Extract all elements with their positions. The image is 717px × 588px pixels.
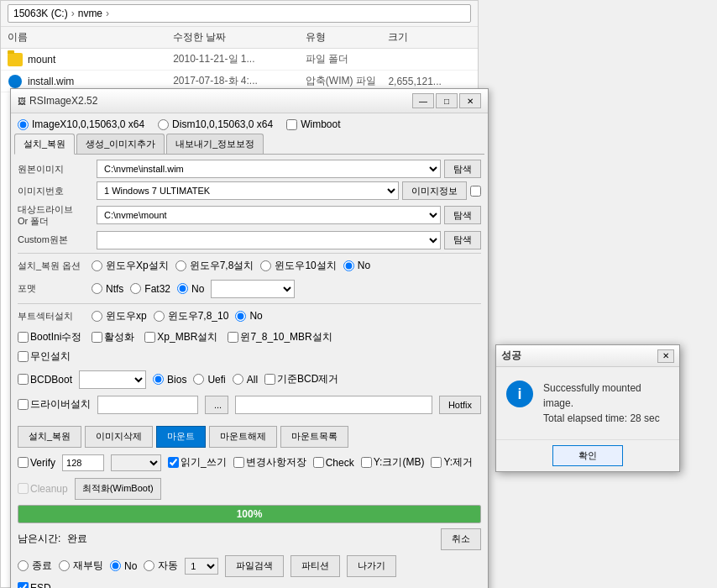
target-select[interactable]: C:\nvme\mount bbox=[97, 206, 441, 224]
radio-boot-win[interactable]: 윈도우7,8_10 bbox=[154, 309, 229, 323]
col-header-size[interactable]: 크기 bbox=[388, 30, 471, 45]
cb-win7-mbr[interactable]: 윈7_8_10_MBR설치 bbox=[228, 330, 332, 344]
cb-driver[interactable]: 드라이버설치 bbox=[18, 397, 91, 412]
cb-bootini[interactable]: BootIni수정 bbox=[18, 330, 81, 344]
dialog-title: 성공 bbox=[501, 349, 521, 363]
source-select[interactable]: C:\nvme\install.wim bbox=[97, 160, 441, 178]
minimize-button[interactable]: — bbox=[412, 93, 434, 108]
progress-bar-container: 100% bbox=[18, 505, 481, 523]
table-row[interactable]: mount 2010-11-21-일 1... 파일 폴더 bbox=[1, 49, 478, 71]
remaining-label: 남은시간: bbox=[18, 532, 60, 546]
maximize-button[interactable]: □ bbox=[436, 93, 458, 108]
install-button[interactable]: 설치_복원 bbox=[18, 426, 81, 448]
radio-all[interactable]: All bbox=[233, 374, 258, 386]
custom-browse-button[interactable]: 탐색 bbox=[444, 231, 481, 249]
driver-extra-input[interactable] bbox=[235, 396, 432, 414]
driver-input[interactable] bbox=[97, 396, 198, 414]
radio-no[interactable]: No bbox=[110, 560, 137, 572]
partition-button[interactable]: 파티션 bbox=[290, 555, 340, 577]
col-header-name[interactable]: 이름 bbox=[8, 30, 173, 45]
close-button[interactable]: ✕ bbox=[459, 93, 481, 108]
col-header-type[interactable]: 유형 bbox=[306, 30, 389, 45]
esd-row: ESD bbox=[11, 580, 488, 588]
radio-xp[interactable]: 윈도우Xp설치 bbox=[92, 259, 169, 273]
num-select[interactable] bbox=[111, 454, 161, 471]
tab-export[interactable]: 내보내기_정보보정 bbox=[166, 134, 264, 154]
target-label: 대상드라이브Or 폴더 bbox=[18, 203, 93, 228]
cb-cleanup[interactable]: Cleanup bbox=[18, 483, 68, 495]
dialog-titlebar: 성공 ✕ bbox=[496, 345, 679, 367]
cb-verify[interactable]: Verify bbox=[18, 457, 55, 469]
mount-list-button[interactable]: 마운트목록 bbox=[280, 426, 348, 448]
hotfix-button[interactable]: Hotfix bbox=[439, 396, 481, 414]
imginfo-checkbox[interactable] bbox=[470, 186, 481, 197]
tab-bar: 설치_복원 생성_이미지추가 내보내기_정보보정 bbox=[14, 134, 484, 155]
radio-end[interactable]: 종료 bbox=[18, 559, 52, 573]
num-input[interactable] bbox=[62, 454, 104, 471]
radio-uefi[interactable]: Uefi bbox=[193, 374, 225, 386]
folder-icon bbox=[8, 53, 23, 66]
radio-ntfs[interactable]: Ntfs bbox=[92, 283, 123, 295]
source-browse-button[interactable]: 탐색 bbox=[444, 160, 481, 178]
radio-no-format[interactable]: No bbox=[177, 283, 204, 295]
exit-button[interactable]: 나가기 bbox=[347, 555, 396, 577]
ok-button[interactable]: 확인 bbox=[552, 445, 623, 466]
file-name: mount bbox=[28, 54, 55, 66]
radio-dism[interactable]: Dism10,0,15063,0 x64 bbox=[158, 118, 273, 130]
file-search-button[interactable]: 파일검색 bbox=[225, 555, 284, 577]
radio-reboot[interactable]: 재부팅 bbox=[59, 559, 103, 573]
cb-esd[interactable]: ESD bbox=[18, 582, 51, 588]
cancel-button[interactable]: 취소 bbox=[441, 528, 481, 550]
radio-boot-xp[interactable]: 윈도우xp bbox=[92, 309, 147, 323]
boot-options-row: 부트섹터설치 윈도우xp 윈도우7,8_10 No bbox=[18, 307, 481, 325]
source-label: 원본이미지 bbox=[18, 163, 93, 176]
tab-create[interactable]: 생성_이미지추가 bbox=[76, 134, 165, 154]
format-select[interactable] bbox=[211, 280, 295, 298]
radio-boot-no[interactable]: No bbox=[235, 310, 262, 322]
custom-select[interactable] bbox=[97, 231, 441, 249]
dialog-footer: 확인 bbox=[496, 439, 679, 471]
imginfo-button[interactable]: 이미지정보 bbox=[402, 181, 467, 200]
rsimage-window: 🖼 RSImageX2.52 — □ ✕ ImageX10,0,15063,0 … bbox=[10, 88, 489, 588]
cb-remove-bcd[interactable]: 기준BCD제거 bbox=[264, 372, 338, 386]
cb-change-save[interactable]: 변경사항저장 bbox=[233, 455, 306, 470]
radio-imagex[interactable]: ImageX10,0,15063,0 x64 bbox=[18, 118, 144, 130]
cb-y-remove[interactable]: Y:제거 bbox=[431, 455, 473, 470]
radio-auto[interactable]: 자동 bbox=[144, 559, 178, 573]
index-select[interactable]: 1 Windows 7 ULTIMATEK bbox=[97, 181, 399, 200]
tab-install[interactable]: 설치_복원 bbox=[14, 134, 75, 155]
cb-read-write[interactable]: 읽기_쓰기 bbox=[168, 455, 227, 470]
driver-browse-button[interactable]: ... bbox=[205, 396, 228, 414]
radio-wimboot[interactable]: Wimboot bbox=[286, 118, 340, 130]
file-type: 압축(WIM) 파일 bbox=[306, 74, 389, 88]
cb-y-size[interactable]: Y:크기(MB) bbox=[361, 455, 425, 470]
optimize-button[interactable]: 최적화(WimBoot) bbox=[75, 478, 161, 500]
dialog-message: Successfully mounted image. Total elapse… bbox=[543, 381, 669, 426]
dialog-close-button[interactable]: ✕ bbox=[657, 349, 674, 363]
separator1 bbox=[18, 253, 481, 254]
col-header-date[interactable]: 수정한 날짜 bbox=[173, 30, 306, 45]
install-options-label: 설치_복원 옵션 bbox=[18, 260, 85, 272]
unmount-button[interactable]: 마운트해제 bbox=[209, 426, 277, 448]
breadcrumb-folder: nvme bbox=[78, 8, 102, 19]
cb-xp-mbr[interactable]: Xp_MBR설치 bbox=[144, 330, 217, 344]
bcdboot-select[interactable] bbox=[79, 370, 146, 389]
mount-button[interactable]: 마운트 bbox=[156, 426, 206, 448]
separator2 bbox=[18, 303, 481, 304]
cb-check[interactable]: Check bbox=[313, 457, 354, 469]
radio-win78[interactable]: 윈도우7,8설치 bbox=[175, 259, 254, 273]
radio-fat32[interactable]: Fat32 bbox=[130, 283, 170, 295]
delete-image-button[interactable]: 이미지삭제 bbox=[85, 426, 153, 448]
cb-bcdboot[interactable]: BCDBoot bbox=[18, 374, 72, 386]
radio-bios[interactable]: Bios bbox=[153, 374, 186, 386]
radio-win10[interactable]: 윈도우10설치 bbox=[260, 259, 336, 273]
cb-unattended[interactable]: 무인설치 bbox=[18, 349, 71, 364]
cb-activate[interactable]: 활성화 bbox=[92, 330, 134, 344]
progress-info: 남은시간: 완료 취소 bbox=[11, 527, 488, 552]
target-browse-button[interactable]: 탐색 bbox=[444, 206, 481, 224]
radio-no-install[interactable]: No bbox=[343, 260, 370, 271]
auto-num-select[interactable]: 1 bbox=[185, 558, 218, 575]
dialog-body: i Successfully mounted image. Total elap… bbox=[496, 367, 679, 439]
breadcrumb[interactable]: 15063K (C:) › nvme › bbox=[8, 4, 471, 23]
form-content: 원본이미지 C:\nvme\install.wim 탐색 이미지번호 1 Win… bbox=[11, 155, 488, 421]
